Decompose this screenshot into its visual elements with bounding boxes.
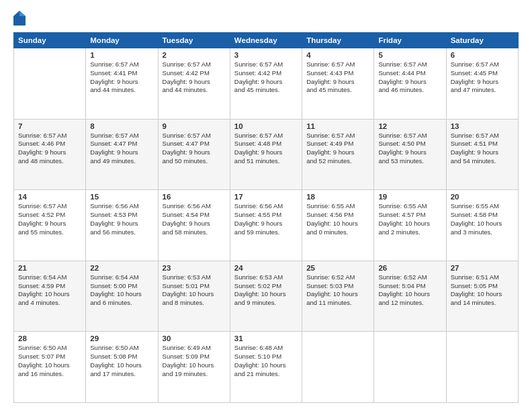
day-number: 16 — [163, 193, 226, 201]
calendar-cell: 7Sunrise: 6:57 AM Sunset: 4:46 PM Daylig… — [14, 119, 86, 190]
day-number: 11 — [306, 122, 369, 130]
header — [13, 11, 519, 26]
calendar-cell: 2Sunrise: 6:57 AM Sunset: 4:42 PM Daylig… — [158, 48, 230, 120]
calendar-cell: 23Sunrise: 6:53 AM Sunset: 5:01 PM Dayli… — [158, 261, 230, 332]
day-info: Sunrise: 6:52 AM Sunset: 5:04 PM Dayligh… — [378, 273, 441, 308]
day-number: 2 — [163, 51, 226, 59]
calendar-cell: 31Sunrise: 6:48 AM Sunset: 5:10 PM Dayli… — [230, 332, 302, 403]
day-info: Sunrise: 6:57 AM Sunset: 4:47 PM Dayligh… — [90, 132, 153, 166]
day-info: Sunrise: 6:55 AM Sunset: 4:58 PM Dayligh… — [451, 202, 514, 236]
calendar-cell — [446, 332, 518, 403]
day-number: 14 — [18, 193, 81, 201]
day-info: Sunrise: 6:52 AM Sunset: 5:03 PM Dayligh… — [306, 273, 369, 308]
day-info: Sunrise: 6:57 AM Sunset: 4:47 PM Dayligh… — [163, 132, 226, 166]
day-header-wednesday: Wednesday — [230, 33, 302, 48]
calendar-cell: 20Sunrise: 6:55 AM Sunset: 4:58 PM Dayli… — [446, 190, 518, 261]
calendar-cell: 16Sunrise: 6:56 AM Sunset: 4:54 PM Dayli… — [158, 190, 230, 261]
calendar-cell: 8Sunrise: 6:57 AM Sunset: 4:47 PM Daylig… — [86, 119, 158, 190]
day-number: 18 — [306, 193, 369, 201]
day-info: Sunrise: 6:56 AM Sunset: 4:55 PM Dayligh… — [234, 202, 298, 236]
day-info: Sunrise: 6:57 AM Sunset: 4:41 PM Dayligh… — [90, 60, 153, 95]
day-number: 25 — [306, 264, 369, 272]
day-info: Sunrise: 6:56 AM Sunset: 4:54 PM Dayligh… — [163, 202, 226, 236]
day-info: Sunrise: 6:50 AM Sunset: 5:08 PM Dayligh… — [90, 344, 153, 378]
calendar-cell: 3Sunrise: 6:57 AM Sunset: 4:42 PM Daylig… — [230, 48, 302, 120]
day-header-thursday: Thursday — [302, 33, 374, 48]
calendar-cell — [374, 332, 446, 403]
day-info: Sunrise: 6:51 AM Sunset: 5:05 PM Dayligh… — [451, 273, 514, 308]
day-info: Sunrise: 6:57 AM Sunset: 4:46 PM Dayligh… — [18, 132, 81, 166]
calendar-cell: 22Sunrise: 6:54 AM Sunset: 5:00 PM Dayli… — [86, 261, 158, 332]
day-info: Sunrise: 6:57 AM Sunset: 4:49 PM Dayligh… — [306, 132, 369, 166]
logo — [13, 11, 28, 26]
day-number: 20 — [451, 193, 514, 201]
calendar-cell: 13Sunrise: 6:57 AM Sunset: 4:51 PM Dayli… — [446, 119, 518, 190]
day-number: 30 — [163, 334, 226, 342]
calendar-cell: 30Sunrise: 6:49 AM Sunset: 5:09 PM Dayli… — [158, 332, 230, 403]
day-info: Sunrise: 6:57 AM Sunset: 4:51 PM Dayligh… — [451, 132, 514, 166]
day-info: Sunrise: 6:54 AM Sunset: 5:00 PM Dayligh… — [90, 273, 153, 308]
day-number: 4 — [306, 51, 369, 59]
day-number: 26 — [378, 264, 441, 272]
week-row-3: 14Sunrise: 6:57 AM Sunset: 4:52 PM Dayli… — [14, 190, 519, 261]
calendar-cell — [14, 48, 86, 120]
day-info: Sunrise: 6:50 AM Sunset: 5:07 PM Dayligh… — [18, 344, 81, 378]
day-number: 8 — [90, 122, 153, 130]
calendar-cell: 10Sunrise: 6:57 AM Sunset: 4:48 PM Dayli… — [230, 119, 302, 190]
day-info: Sunrise: 6:55 AM Sunset: 4:57 PM Dayligh… — [378, 202, 441, 236]
calendar-cell: 25Sunrise: 6:52 AM Sunset: 5:03 PM Dayli… — [302, 261, 374, 332]
calendar-cell: 19Sunrise: 6:55 AM Sunset: 4:57 PM Dayli… — [374, 190, 446, 261]
day-header-monday: Monday — [86, 33, 158, 48]
day-number: 19 — [378, 193, 441, 201]
day-info: Sunrise: 6:56 AM Sunset: 4:53 PM Dayligh… — [90, 202, 153, 236]
day-number: 10 — [234, 122, 298, 130]
day-info: Sunrise: 6:57 AM Sunset: 4:50 PM Dayligh… — [378, 132, 441, 166]
calendar-cell: 15Sunrise: 6:56 AM Sunset: 4:53 PM Dayli… — [86, 190, 158, 261]
calendar-cell: 14Sunrise: 6:57 AM Sunset: 4:52 PM Dayli… — [14, 190, 86, 261]
calendar-cell: 4Sunrise: 6:57 AM Sunset: 4:43 PM Daylig… — [302, 48, 374, 120]
day-info: Sunrise: 6:54 AM Sunset: 4:59 PM Dayligh… — [18, 273, 81, 308]
day-header-tuesday: Tuesday — [158, 33, 230, 48]
day-number: 1 — [90, 51, 153, 59]
day-info: Sunrise: 6:57 AM Sunset: 4:52 PM Dayligh… — [18, 202, 81, 236]
day-number: 17 — [234, 193, 298, 201]
day-header-sunday: Sunday — [14, 33, 86, 48]
day-number: 22 — [90, 264, 153, 272]
day-info: Sunrise: 6:53 AM Sunset: 5:02 PM Dayligh… — [234, 273, 298, 308]
day-info: Sunrise: 6:57 AM Sunset: 4:42 PM Dayligh… — [234, 60, 298, 95]
calendar-cell: 5Sunrise: 6:57 AM Sunset: 4:44 PM Daylig… — [374, 48, 446, 120]
calendar-cell: 17Sunrise: 6:56 AM Sunset: 4:55 PM Dayli… — [230, 190, 302, 261]
day-number: 21 — [18, 264, 81, 272]
day-number: 24 — [234, 264, 298, 272]
calendar-cell: 27Sunrise: 6:51 AM Sunset: 5:05 PM Dayli… — [446, 261, 518, 332]
day-number: 23 — [163, 264, 226, 272]
day-info: Sunrise: 6:57 AM Sunset: 4:42 PM Dayligh… — [163, 60, 226, 95]
week-row-2: 7Sunrise: 6:57 AM Sunset: 4:46 PM Daylig… — [14, 119, 519, 190]
day-header-friday: Friday — [374, 33, 446, 48]
day-number: 31 — [234, 334, 298, 342]
day-number: 28 — [18, 334, 81, 342]
calendar-cell — [302, 332, 374, 403]
calendar-cell: 24Sunrise: 6:53 AM Sunset: 5:02 PM Dayli… — [230, 261, 302, 332]
calendar-cell: 1Sunrise: 6:57 AM Sunset: 4:41 PM Daylig… — [86, 48, 158, 120]
day-number: 13 — [451, 122, 514, 130]
week-row-5: 28Sunrise: 6:50 AM Sunset: 5:07 PM Dayli… — [14, 332, 519, 403]
calendar-cell: 18Sunrise: 6:55 AM Sunset: 4:56 PM Dayli… — [302, 190, 374, 261]
day-number: 6 — [451, 51, 514, 59]
day-info: Sunrise: 6:57 AM Sunset: 4:44 PM Dayligh… — [378, 60, 441, 95]
day-number: 7 — [18, 122, 81, 130]
week-row-4: 21Sunrise: 6:54 AM Sunset: 4:59 PM Dayli… — [14, 261, 519, 332]
day-info: Sunrise: 6:57 AM Sunset: 4:43 PM Dayligh… — [306, 60, 369, 95]
calendar-table: SundayMondayTuesdayWednesdayThursdayFrid… — [13, 32, 519, 403]
day-info: Sunrise: 6:48 AM Sunset: 5:10 PM Dayligh… — [234, 344, 298, 378]
day-info: Sunrise: 6:55 AM Sunset: 4:56 PM Dayligh… — [306, 202, 369, 236]
calendar-cell: 12Sunrise: 6:57 AM Sunset: 4:50 PM Dayli… — [374, 119, 446, 190]
calendar-cell: 11Sunrise: 6:57 AM Sunset: 4:49 PM Dayli… — [302, 119, 374, 190]
calendar-cell: 6Sunrise: 6:57 AM Sunset: 4:45 PM Daylig… — [446, 48, 518, 120]
day-info: Sunrise: 6:49 AM Sunset: 5:09 PM Dayligh… — [163, 344, 226, 378]
week-row-1: 1Sunrise: 6:57 AM Sunset: 4:41 PM Daylig… — [14, 48, 519, 120]
day-info: Sunrise: 6:53 AM Sunset: 5:01 PM Dayligh… — [163, 273, 226, 308]
calendar-body: 1Sunrise: 6:57 AM Sunset: 4:41 PM Daylig… — [14, 48, 519, 403]
day-number: 29 — [90, 334, 153, 342]
day-info: Sunrise: 6:57 AM Sunset: 4:48 PM Dayligh… — [234, 132, 298, 166]
